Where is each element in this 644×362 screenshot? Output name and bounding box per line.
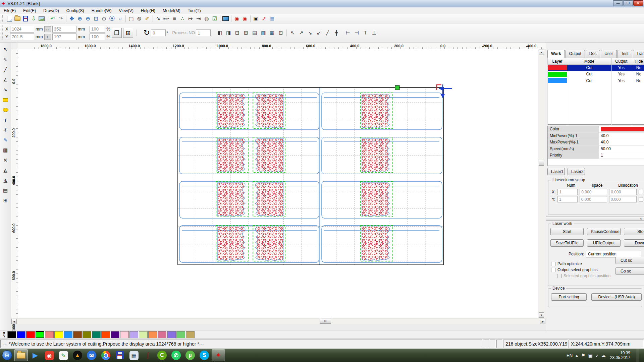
tab-doc[interactable]: Doc: [586, 50, 600, 58]
param-check-icon[interactable]: ☑: [211, 15, 219, 23]
property-value[interactable]: 40.0: [599, 139, 644, 145]
cut-scale-button[interactable]: Cut sc: [615, 257, 644, 264]
lock-ratio-button[interactable]: ❐: [112, 28, 122, 38]
x-mirror-checkbox[interactable]: [639, 190, 643, 194]
process-no-input[interactable]: [196, 29, 211, 36]
layer-output[interactable]: Yes: [611, 65, 631, 71]
mark-point2-icon[interactable]: ◉: [241, 15, 249, 23]
tab-test[interactable]: Test: [618, 50, 632, 58]
rdworks-icon[interactable]: ✦: [212, 349, 225, 361]
layer-mode[interactable]: Cut: [567, 77, 611, 84]
layer-table[interactable]: LayerModeOutputHide Cut Yes No Cut Yes N…: [547, 58, 644, 125]
dock-splitter[interactable]: ×: [546, 217, 644, 221]
arrange-icon-10[interactable]: ↗: [297, 28, 306, 37]
y-space-input[interactable]: [580, 196, 607, 202]
no-color-button[interactable]: x⑊: [1, 331, 7, 338]
layer-row[interactable]: Cut Yes No: [548, 65, 644, 71]
property-row[interactable]: Speed(mm/s) 50.00: [548, 146, 644, 153]
goto-icon[interactable]: ⇥: [195, 15, 203, 23]
palette-swatch[interactable]: [45, 331, 54, 338]
knife-icon[interactable]: ✐: [143, 15, 151, 23]
laser-position-icon[interactable]: ➚: [260, 15, 268, 23]
text-tool[interactable]: I: [1, 116, 10, 124]
arrange-icon-16[interactable]: ⊢: [343, 28, 352, 37]
menu-help[interactable]: Help(H): [137, 8, 159, 14]
gnome-app-icon[interactable]: ◉: [43, 349, 56, 361]
palette-swatch[interactable]: [120, 331, 129, 338]
zoom-data-icon[interactable]: ⊙: [100, 15, 108, 23]
y-mirror-checkbox[interactable]: [639, 197, 643, 201]
palette-swatch[interactable]: [148, 331, 157, 338]
layer-output[interactable]: Yes: [611, 71, 631, 77]
arrange-icon-2[interactable]: ⊟: [233, 28, 241, 37]
arrange-icon-17[interactable]: ⊣: [352, 28, 361, 37]
dock-close-icon[interactable]: ×: [640, 217, 642, 221]
save-app-icon[interactable]: [113, 349, 126, 361]
arrange-icon-7[interactable]: ⊡: [276, 28, 285, 37]
new-file-icon[interactable]: [5, 15, 13, 23]
vertical-scrollbar[interactable]: ▲ ▼: [538, 49, 544, 318]
arrange-icon-1[interactable]: ◨: [224, 28, 233, 37]
open-file-icon[interactable]: [13, 15, 21, 23]
start-button[interactable]: Start: [550, 228, 584, 235]
close-button[interactable]: ✕: [633, 0, 643, 6]
mirror-horizontal-tool[interactable]: ◮: [1, 176, 10, 185]
layer-color-swatch[interactable]: [548, 71, 567, 77]
node-edit-tool[interactable]: ⇖: [1, 55, 10, 64]
arrange-icon-3[interactable]: ⊞: [241, 28, 250, 37]
chrome-icon[interactable]: [99, 349, 112, 361]
offset-point-icon[interactable]: ⊚: [135, 15, 143, 23]
tab-work[interactable]: Work: [547, 50, 565, 58]
node-edit-icon[interactable]: ∴: [178, 15, 186, 23]
coreldraw-icon[interactable]: C: [155, 349, 169, 361]
property-value[interactable]: 50.00: [599, 146, 644, 152]
whatsapp-icon[interactable]: ✆: [169, 349, 183, 361]
horizontal-scroll-thumb[interactable]: ⦀⦀: [320, 319, 331, 324]
arrange-icon-0[interactable]: ◧: [215, 28, 224, 37]
star-tool[interactable]: ✳: [1, 126, 10, 134]
volume-icon[interactable]: ♪: [596, 353, 598, 358]
width-arrow-icon[interactable]: ↔: [44, 26, 51, 32]
device-select-button[interactable]: Device---(USB:Auto): [591, 293, 642, 301]
palette-swatch[interactable]: [186, 331, 195, 338]
color-value-swatch[interactable]: [601, 127, 644, 131]
palette-swatch[interactable]: [7, 331, 16, 338]
explorer-icon[interactable]: [14, 349, 28, 361]
palette-swatch[interactable]: [139, 331, 148, 338]
layer-color-swatch[interactable]: [548, 77, 567, 84]
scroll-up-icon[interactable]: ▲: [539, 50, 544, 55]
x-num-input[interactable]: [557, 189, 578, 195]
grid-array-tool[interactable]: ▦: [1, 146, 10, 155]
arrange-icon-4[interactable]: ▤: [250, 28, 259, 37]
mark-point1-icon[interactable]: ◉: [233, 15, 241, 23]
thunderbird-icon[interactable]: ✉: [85, 349, 98, 361]
rectangle-tool[interactable]: [1, 96, 10, 104]
height-arrow-icon[interactable]: ↕: [44, 34, 51, 40]
property-row[interactable]: MinPower(%)-1 40.0: [548, 133, 644, 139]
weld-icon[interactable]: ◍: [203, 15, 211, 23]
cloud-icon[interactable]: ☁: [601, 353, 606, 358]
palette-swatch[interactable]: [92, 331, 101, 338]
palette-swatch[interactable]: [36, 331, 44, 338]
x-dislocation-input[interactable]: [609, 189, 637, 195]
menu-view[interactable]: View(V): [115, 8, 137, 14]
go-scale-button[interactable]: Go sc: [615, 267, 644, 275]
utorrent-icon[interactable]: µ: [183, 349, 197, 361]
drawing-canvas[interactable]: [18, 49, 538, 318]
palette-swatch[interactable]: [129, 331, 138, 338]
layer-mode[interactable]: Cut: [567, 71, 611, 77]
menu-handle[interactable]: Handle(W): [88, 8, 115, 14]
pen-tool[interactable]: ✎: [1, 136, 10, 144]
layer-output[interactable]: Yes: [611, 77, 631, 84]
palette-swatch[interactable]: [83, 331, 91, 338]
palette-swatch[interactable]: [17, 331, 25, 338]
undo-icon[interactable]: ↶: [49, 15, 57, 23]
layer-hide[interactable]: No: [631, 71, 644, 77]
bmp-tool-icon[interactable]: BMP: [162, 15, 170, 23]
zoom-select-icon[interactable]: ○: [116, 15, 124, 23]
layer-hide[interactable]: No: [631, 77, 644, 84]
curve-smooth-icon[interactable]: ∿: [154, 15, 162, 23]
arrange-icon-9[interactable]: ↖: [288, 28, 297, 37]
menu-edit[interactable]: Edit(E): [19, 8, 40, 14]
language-indicator[interactable]: EN: [567, 353, 573, 358]
